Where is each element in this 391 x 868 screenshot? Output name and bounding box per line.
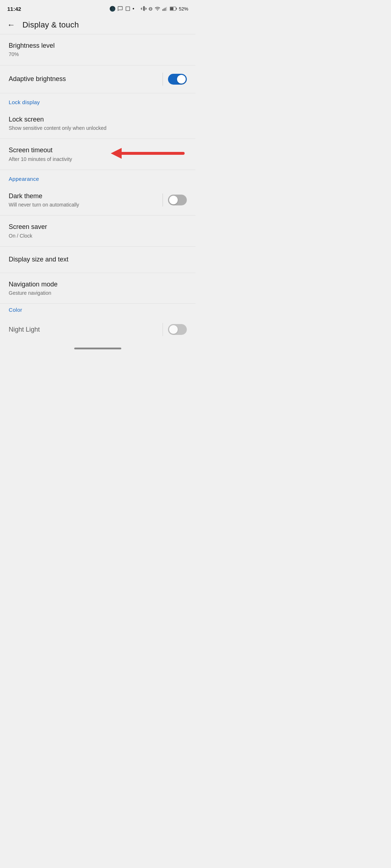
vibrate-icon xyxy=(141,6,147,12)
svg-rect-0 xyxy=(163,9,163,11)
dark-theme-track xyxy=(168,195,187,205)
battery-pct: 52% xyxy=(179,6,188,12)
app-bar: ← Display & touch xyxy=(0,16,196,34)
settings-content: Brightness level 70% Adaptive brightness… xyxy=(0,34,196,343)
adaptive-brightness-toggle-wrapper xyxy=(163,73,187,86)
screen-saver-text: Screen saver On / Clock xyxy=(9,223,187,239)
back-button[interactable]: ← xyxy=(7,20,15,30)
toggle-separator-2 xyxy=(163,193,163,207)
screen-timeout-text: Screen timeout After 10 minutes of inact… xyxy=(9,146,187,162)
notification-dot: • xyxy=(133,6,134,12)
adaptive-brightness-text: Adaptive brightness xyxy=(9,75,163,83)
message-icon: 🌑 xyxy=(109,6,115,12)
night-light-text: Night Light xyxy=(9,326,163,334)
status-bar: 11:42 🌑 • ⊖ 52% xyxy=(0,0,196,16)
dark-theme-item[interactable]: Dark theme Will never turn on automatica… xyxy=(0,185,196,216)
dark-theme-text: Dark theme Will never turn on automatica… xyxy=(9,192,163,208)
signal-icon xyxy=(162,6,168,12)
svg-rect-3 xyxy=(166,7,167,11)
color-section: Color xyxy=(0,304,196,316)
display-size-item[interactable]: Display size and text xyxy=(0,247,196,273)
adaptive-brightness-item[interactable]: Adaptive brightness xyxy=(0,65,196,93)
screen-saver-title: Screen saver xyxy=(9,223,187,231)
box-icon xyxy=(125,6,131,12)
sms-icon xyxy=(117,6,123,12)
brightness-item[interactable]: Brightness level 70% xyxy=(0,34,196,65)
svg-rect-6 xyxy=(170,7,173,10)
lock-screen-subtitle: Show sensitive content only when unlocke… xyxy=(9,125,187,131)
night-light-toggle-wrapper xyxy=(163,323,187,336)
screen-timeout-subtitle: After 10 minutes of inactivity xyxy=(9,156,187,162)
night-light-toggle[interactable] xyxy=(168,324,187,335)
adaptive-brightness-track xyxy=(168,74,187,85)
lock-screen-title: Lock screen xyxy=(9,115,187,124)
status-icons: 🌑 • ⊖ 52% xyxy=(109,6,188,12)
brightness-title: Brightness level xyxy=(9,42,187,50)
dark-theme-toggle-wrapper xyxy=(163,193,187,207)
appearance-section: Appearance xyxy=(0,170,196,185)
screen-timeout-title: Screen timeout xyxy=(9,146,187,154)
display-size-text: Display size and text xyxy=(9,255,187,264)
display-size-title: Display size and text xyxy=(9,255,187,264)
toggle-separator-3 xyxy=(163,323,163,336)
screen-saver-item[interactable]: Screen saver On / Clock xyxy=(0,216,196,246)
wifi-icon xyxy=(155,6,160,12)
nav-bar xyxy=(0,343,196,352)
lock-display-section: Lock display xyxy=(0,93,196,108)
lock-screen-text: Lock screen Show sensitive content only … xyxy=(9,115,187,132)
navigation-mode-item[interactable]: Navigation mode Gesture navigation xyxy=(0,273,196,304)
status-time: 11:42 xyxy=(7,6,21,12)
night-light-track xyxy=(168,324,187,335)
screen-timeout-item[interactable]: Screen timeout After 10 minutes of inact… xyxy=(0,139,196,170)
navigation-mode-text: Navigation mode Gesture navigation xyxy=(9,280,187,297)
screen-saver-subtitle: On / Clock xyxy=(9,233,187,239)
lock-screen-item[interactable]: Lock screen Show sensitive content only … xyxy=(0,108,196,139)
dark-theme-toggle[interactable] xyxy=(168,195,187,205)
navigation-mode-subtitle: Gesture navigation xyxy=(9,290,187,296)
brightness-value: 70% xyxy=(9,51,187,58)
dnd-icon: ⊖ xyxy=(148,6,153,12)
night-light-thumb xyxy=(169,325,178,334)
toggle-separator-1 xyxy=(163,73,163,86)
page-title: Display & touch xyxy=(22,20,79,30)
nav-indicator xyxy=(74,348,121,349)
night-light-title: Night Light xyxy=(9,326,163,334)
dark-theme-thumb xyxy=(169,196,178,204)
adaptive-brightness-toggle[interactable] xyxy=(168,74,187,85)
dark-theme-subtitle: Will never turn on automatically xyxy=(9,201,163,208)
svg-rect-2 xyxy=(165,8,165,11)
adaptive-brightness-title: Adaptive brightness xyxy=(9,75,163,83)
adaptive-brightness-thumb xyxy=(177,75,186,84)
battery-icon xyxy=(170,7,177,11)
svg-rect-1 xyxy=(164,8,164,11)
dark-theme-title: Dark theme xyxy=(9,192,163,200)
navigation-mode-title: Navigation mode xyxy=(9,280,187,289)
night-light-item[interactable]: Night Light xyxy=(0,316,196,343)
svg-rect-5 xyxy=(176,8,177,10)
brightness-text: Brightness level 70% xyxy=(9,42,187,58)
